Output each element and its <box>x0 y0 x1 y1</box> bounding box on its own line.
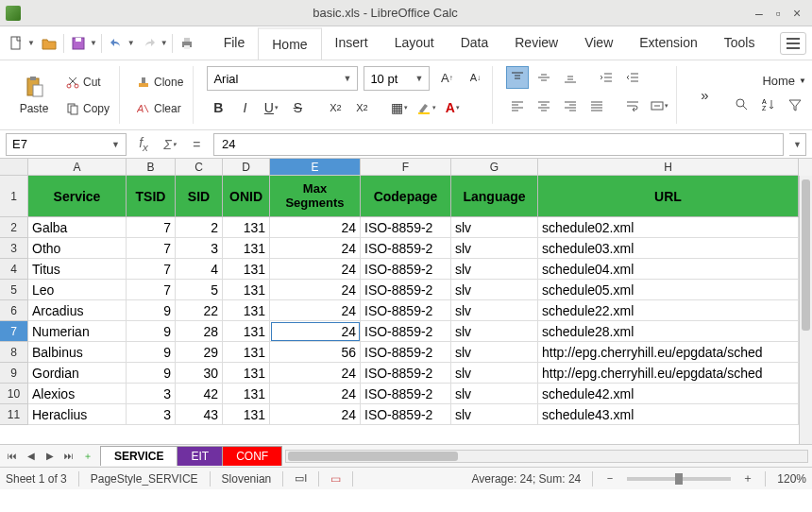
function-wizard-icon[interactable]: fx <box>132 133 155 156</box>
cell[interactable]: slv <box>451 384 538 404</box>
cut-button[interactable]: Cut <box>62 71 113 94</box>
row-header-1[interactable]: 1 <box>0 176 28 217</box>
sort-icon[interactable]: AZ <box>757 94 780 116</box>
menu-tools[interactable]: Tools <box>711 27 769 60</box>
close-button[interactable]: × <box>787 4 806 23</box>
subscript-icon[interactable]: X2 <box>324 96 347 119</box>
status-summary[interactable]: Average: 24; Sum: 24 <box>471 472 581 486</box>
cell[interactable]: 24 <box>270 300 361 321</box>
row-header-7[interactable]: 7 <box>0 321 28 342</box>
cell[interactable]: slv <box>451 238 538 259</box>
col-header-E[interactable]: E <box>270 159 361 176</box>
formula-equals-icon[interactable]: = <box>185 133 208 156</box>
cell[interactable]: 9 <box>127 321 176 342</box>
cell[interactable]: 29 <box>176 342 223 363</box>
menu-home[interactable]: Home <box>258 27 321 60</box>
cell[interactable]: schedule03.xml <box>538 238 799 259</box>
cell[interactable]: 9 <box>127 363 176 384</box>
formula-input[interactable] <box>214 137 783 151</box>
row-header-2[interactable]: 2 <box>0 217 28 238</box>
col-header-A[interactable]: A <box>28 159 127 176</box>
cell[interactable]: http://epg.cherryhill.eu/epgdata/sched <box>538 342 799 363</box>
row-header-4[interactable]: 4 <box>0 259 28 280</box>
cell[interactable]: 24 <box>270 280 361 300</box>
cell[interactable]: Alexios <box>28 384 127 404</box>
col-header-H[interactable]: H <box>538 159 799 176</box>
col-header-B[interactable]: B <box>127 159 176 176</box>
page-style[interactable]: PageStyle_SERVICE <box>91 472 198 486</box>
cell[interactable]: slv <box>451 363 538 384</box>
scroll-thumb[interactable] <box>802 179 810 331</box>
next-sheet-icon[interactable]: ▶ <box>42 448 59 465</box>
cell[interactable]: slv <box>451 259 538 280</box>
header-cell[interactable]: Codepage <box>361 176 451 217</box>
sheet-tab-conf[interactable]: CONF <box>222 446 282 466</box>
cell[interactable]: slv <box>451 342 538 363</box>
header-cell[interactable]: Language <box>451 176 538 217</box>
font-size-combo[interactable]: ▼ <box>364 66 430 91</box>
menu-file[interactable]: File <box>211 27 259 60</box>
highlight-color-icon[interactable]: ▾ <box>414 96 437 119</box>
row-header-3[interactable]: 3 <box>0 238 28 259</box>
cell[interactable]: ISO-8859-2 <box>361 217 451 238</box>
first-sheet-icon[interactable]: ⏮ <box>4 448 21 465</box>
cell[interactable]: 131 <box>223 363 270 384</box>
menu-view[interactable]: View <box>571 27 626 60</box>
menu-extension[interactable]: Extension <box>626 27 710 60</box>
zoom-in-icon[interactable]: ＋ <box>742 470 753 486</box>
header-cell[interactable]: URL <box>538 176 799 217</box>
cell[interactable]: slv <box>451 300 538 321</box>
cell[interactable]: ISO-8859-2 <box>361 300 451 321</box>
align-left-icon[interactable] <box>506 94 529 117</box>
cell[interactable]: 131 <box>223 384 270 404</box>
spreadsheet-grid[interactable]: ABCDEFGH 1ServiceTSIDSIDONIDMaxSegmentsC… <box>0 159 812 444</box>
strikethrough-icon[interactable]: S <box>286 96 309 119</box>
language-indicator[interactable]: Slovenian <box>222 472 272 486</box>
merge-cells-icon[interactable]: ▾ <box>648 94 670 117</box>
cell[interactable]: 24 <box>270 384 361 404</box>
save-button[interactable]: ▼ <box>68 33 97 54</box>
header-cell[interactable]: TSID <box>127 176 176 217</box>
cell[interactable]: 24 <box>270 321 361 342</box>
cell[interactable]: 131 <box>223 404 270 425</box>
cell[interactable]: 7 <box>127 217 176 238</box>
cell[interactable]: 7 <box>127 238 176 259</box>
col-header-G[interactable]: G <box>451 159 538 176</box>
font-size-input[interactable] <box>364 67 409 90</box>
cell[interactable]: schedule02.xml <box>538 217 799 238</box>
cell[interactable]: ISO-8859-2 <box>361 321 451 342</box>
paste-button[interactable]: Paste <box>11 67 57 124</box>
increase-indent-icon[interactable] <box>595 66 617 89</box>
cell[interactable]: 131 <box>223 321 270 342</box>
select-all-corner[interactable] <box>0 159 28 176</box>
font-name-input[interactable] <box>208 67 337 90</box>
cell[interactable]: 43 <box>176 404 223 425</box>
align-bottom-icon[interactable] <box>559 66 582 89</box>
cell[interactable]: Galba <box>28 217 127 238</box>
cell[interactable]: schedule43.xml <box>538 404 799 425</box>
cell[interactable]: 24 <box>270 238 361 259</box>
cell[interactable]: schedule04.xml <box>538 259 799 280</box>
font-name-combo[interactable]: ▼ <box>207 66 358 91</box>
col-header-D[interactable]: D <box>223 159 270 176</box>
prev-sheet-icon[interactable]: ◀ <box>23 448 40 465</box>
menu-data[interactable]: Data <box>448 27 502 60</box>
bold-icon[interactable]: B <box>207 96 229 119</box>
cell[interactable]: Heraclius <box>28 404 127 425</box>
row-header-10[interactable]: 10 <box>0 384 28 404</box>
header-cell[interactable]: Service <box>28 176 127 217</box>
ribbon-tab-selector[interactable]: Home▼ <box>762 74 806 88</box>
cell[interactable]: ISO-8859-2 <box>361 363 451 384</box>
selection-mode-icon[interactable]: ▭ <box>330 472 341 486</box>
print-icon[interactable] <box>177 33 197 54</box>
cell[interactable]: 131 <box>223 280 270 300</box>
chevron-down-icon[interactable]: ▼ <box>106 140 126 149</box>
cell[interactable]: 131 <box>223 217 270 238</box>
clear-formatting-button[interactable]: AClear <box>133 97 187 120</box>
cell[interactable]: Gordian <box>28 363 127 384</box>
cell[interactable]: ISO-8859-2 <box>361 342 451 363</box>
sheet-tab-service[interactable]: SERVICE <box>100 446 178 466</box>
cell[interactable]: 28 <box>176 321 223 342</box>
row-header-9[interactable]: 9 <box>0 363 28 384</box>
chevron-down-icon[interactable]: ▼ <box>409 74 429 83</box>
